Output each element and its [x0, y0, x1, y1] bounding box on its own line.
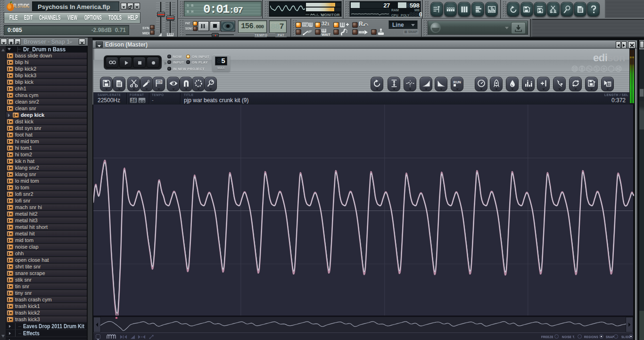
svg-text:WAIT: WAIT	[322, 32, 330, 36]
svg-text:ABC: ABC	[157, 81, 162, 83]
svg-text:RUN: RUN	[453, 80, 461, 84]
